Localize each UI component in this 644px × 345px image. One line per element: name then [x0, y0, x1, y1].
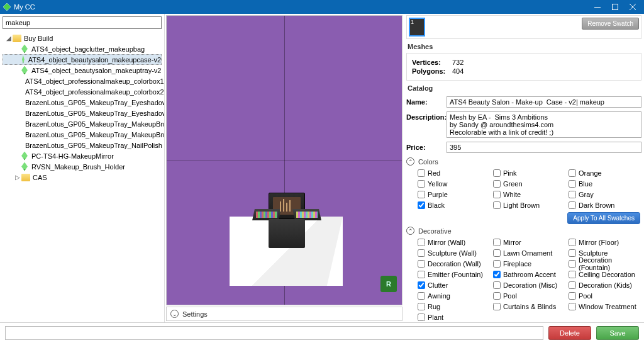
- checkbox-option[interactable]: Decoration (Misc): [493, 280, 566, 290]
- checkbox[interactable]: [493, 292, 501, 300]
- checkbox[interactable]: [418, 239, 425, 246]
- tree-item[interactable]: BrazenLotus_GP05_MakeupTray_Eyeshadows: [3, 108, 162, 118]
- description-input[interactable]: [447, 111, 641, 138]
- remove-swatch-button[interactable]: Remove Swatch: [582, 18, 639, 30]
- tree-item[interactable]: ATS4_object_beautysalon_makeuptray-v2: [3, 65, 162, 76]
- tree-item[interactable]: ATS4_object_bagclutter_makeupbag: [3, 43, 162, 54]
- tree-item[interactable]: BrazenLotus_GP05_MakeupTray_MakeupBrushC…: [3, 118, 162, 129]
- checkbox[interactable]: [418, 169, 425, 177]
- tree-root-buybuild[interactable]: ◢ Buy Build: [3, 33, 162, 43]
- tree-item[interactable]: RVSN_Makeup_Brush_Holder: [3, 161, 162, 172]
- decorative-header[interactable]: ⌃Decorative: [406, 227, 641, 235]
- price-input[interactable]: [447, 142, 641, 153]
- tree-item[interactable]: BrazenLotus_GP05_MakeupTray_MakeupBrushe…: [3, 129, 162, 140]
- checkbox[interactable]: [418, 201, 425, 209]
- checkbox-option[interactable]: White: [493, 189, 566, 199]
- checkbox[interactable]: [493, 239, 501, 246]
- checkbox-option[interactable]: Plant: [418, 312, 491, 322]
- checkbox[interactable]: [493, 271, 501, 278]
- checkbox-option[interactable]: Window Treatment: [569, 302, 641, 311]
- checkbox-option[interactable]: Yellow: [418, 179, 491, 188]
- checkbox[interactable]: [569, 201, 576, 209]
- checkbox[interactable]: [418, 191, 425, 198]
- checkbox[interactable]: [569, 292, 576, 300]
- search-input[interactable]: [3, 16, 162, 29]
- checkbox[interactable]: [418, 281, 425, 289]
- checkbox[interactable]: [418, 303, 425, 310]
- checkbox[interactable]: [418, 314, 425, 321]
- minimize-button[interactable]: [589, 0, 606, 14]
- checkbox-option[interactable]: Purple: [418, 189, 491, 199]
- checkbox[interactable]: [569, 180, 576, 188]
- checkbox[interactable]: [418, 292, 425, 300]
- caret-down-icon[interactable]: ◢: [5, 35, 13, 42]
- close-button[interactable]: [624, 0, 641, 14]
- maximize-button[interactable]: [606, 0, 624, 14]
- checkbox-option[interactable]: Light Brown: [493, 200, 566, 210]
- tree-item[interactable]: BrazenLotus_GP05_MakeupTray_NailPolish: [3, 140, 162, 150]
- checkbox[interactable]: [569, 260, 576, 268]
- settings-expander[interactable]: ⌄ Settings: [166, 307, 402, 321]
- checkbox[interactable]: [569, 239, 576, 246]
- checkbox[interactable]: [418, 271, 425, 278]
- checkbox[interactable]: [493, 180, 501, 188]
- checkbox-option[interactable]: Fireplace: [493, 259, 566, 268]
- checkbox-option[interactable]: Curtains & Blinds: [493, 302, 566, 311]
- checkbox-option[interactable]: Black: [418, 200, 491, 210]
- checkbox-option[interactable]: Rug: [418, 302, 491, 311]
- checkbox[interactable]: [418, 249, 425, 257]
- checkbox-option[interactable]: Mirror: [493, 237, 566, 247]
- caret-right-icon[interactable]: ▷: [14, 174, 21, 181]
- checkbox-option[interactable]: Awning: [418, 291, 491, 300]
- checkbox[interactable]: [493, 201, 501, 209]
- colors-header[interactable]: ⌃Colors: [406, 157, 641, 166]
- checkbox[interactable]: [493, 303, 501, 310]
- checkbox-option[interactable]: Mirror (Floor): [569, 237, 641, 247]
- checkbox[interactable]: [569, 191, 576, 198]
- checkbox[interactable]: [569, 169, 576, 177]
- checkbox-option[interactable]: Decoration (Fountain): [569, 259, 641, 268]
- checkbox-option[interactable]: Pink: [493, 168, 566, 178]
- checkbox-option[interactable]: Blue: [569, 179, 641, 188]
- delete-button[interactable]: Delete: [548, 326, 591, 340]
- tree-root-cas[interactable]: ▷ CAS: [3, 172, 162, 183]
- checkbox-option[interactable]: Orange: [569, 168, 641, 178]
- checkbox[interactable]: [493, 281, 501, 289]
- checkbox-option[interactable]: Green: [493, 179, 566, 188]
- preview-viewport[interactable]: R: [166, 15, 402, 305]
- checkbox[interactable]: [569, 281, 576, 289]
- status-input[interactable]: [5, 326, 543, 340]
- tree-item[interactable]: ATS4_object_professionalmakeup_colorbox2: [3, 86, 162, 97]
- apply-colors-button[interactable]: Apply To All Swatches: [567, 212, 640, 224]
- name-input[interactable]: [447, 96, 641, 108]
- checkbox-option[interactable]: Dark Brown: [569, 200, 641, 210]
- checkbox-option[interactable]: Decoration (Kids): [569, 280, 641, 290]
- checkbox-option[interactable]: Decoration (Wall): [418, 259, 491, 268]
- checkbox-option[interactable]: Emitter (Fountain): [418, 269, 491, 279]
- checkbox-option[interactable]: Bathroom Accent: [493, 269, 566, 279]
- tree-item[interactable]: ATS4_object_professionalmakeup_colorbox1: [3, 76, 162, 86]
- checkbox-option[interactable]: Lawn Ornament: [493, 248, 566, 257]
- tree-item[interactable]: BrazenLotus_GP05_MakeupTray_EyeshadowPal…: [3, 97, 162, 108]
- checkbox-option[interactable]: Clutter: [418, 280, 491, 290]
- checkbox-option[interactable]: Pool: [493, 291, 566, 300]
- checkbox-option[interactable]: Sculpture (Wall): [418, 248, 491, 257]
- checkbox[interactable]: [493, 260, 501, 268]
- checkbox[interactable]: [493, 191, 501, 198]
- item-tree[interactable]: ◢ Buy Build ATS4_object_bagclutter_makeu…: [0, 31, 164, 322]
- checkbox[interactable]: [418, 260, 425, 268]
- checkbox[interactable]: [493, 169, 501, 177]
- checkbox-option[interactable]: Pool: [569, 291, 641, 300]
- checkbox-option[interactable]: Mirror (Wall): [418, 237, 491, 247]
- checkbox-option[interactable]: Ceiling Decoration: [569, 269, 641, 279]
- swatch-thumbnail[interactable]: 1: [409, 18, 425, 37]
- checkbox[interactable]: [493, 249, 501, 257]
- tree-item[interactable]: PC-TS4-HG-MakeupMirror: [3, 150, 162, 161]
- checkbox-option[interactable]: Red: [418, 168, 491, 178]
- tree-item[interactable]: ATS4_object_beautysalon_makeupcase-v2: [3, 54, 162, 65]
- checkbox[interactable]: [569, 249, 576, 257]
- checkbox-option[interactable]: Gray: [569, 189, 641, 199]
- checkbox[interactable]: [569, 271, 576, 278]
- checkbox[interactable]: [418, 180, 425, 188]
- checkbox[interactable]: [569, 303, 576, 310]
